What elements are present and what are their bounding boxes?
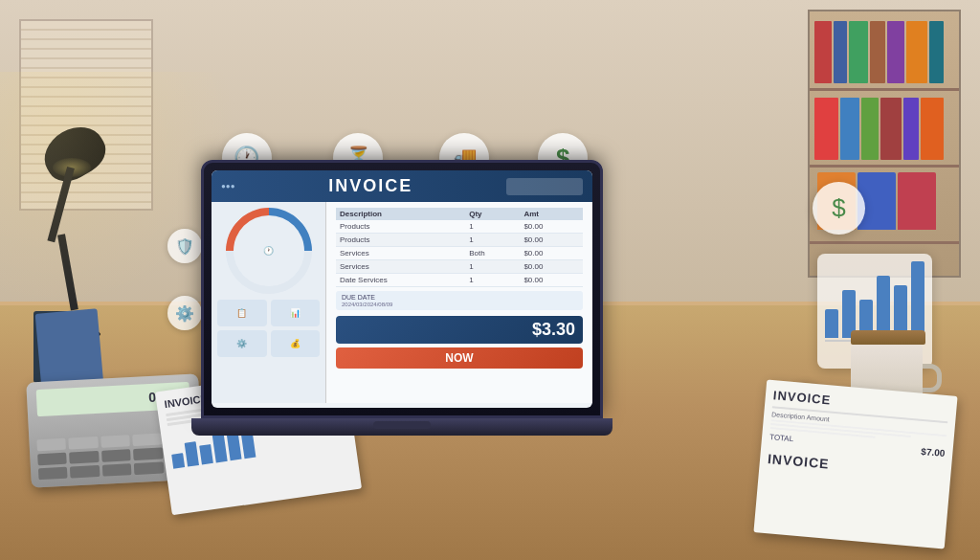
- pay-now-text: NOW: [445, 351, 473, 365]
- table-cell: $0.00: [520, 274, 583, 287]
- screen-left-panel: 🕐 📋 📊 ⚙️ 💰: [212, 202, 326, 403]
- shelf-row: [810, 88, 959, 91]
- table-cell: Services: [336, 260, 465, 274]
- cup-handle: [923, 364, 942, 392]
- screen-header-sub: ●●●: [221, 182, 235, 190]
- shelf-row: [810, 241, 959, 244]
- table-cell: 1: [465, 274, 520, 287]
- col-header-amt: Amt: [520, 208, 583, 220]
- icon-grid: 📋 📊 ⚙️ 💰: [217, 300, 320, 357]
- invoice-paper-right: INVOICE Description Amount TOTAL $7.00 I…: [753, 380, 957, 549]
- screen-gauge: 🕐: [226, 208, 312, 294]
- table-row: Products1$0.00: [336, 220, 583, 234]
- dollar-icon-right: $: [832, 193, 845, 223]
- icon-cell-4: 💰: [271, 330, 321, 357]
- total-amount-value: $3.30: [532, 320, 575, 339]
- notebook-stack: [33, 302, 100, 388]
- table-cell: $0.00: [520, 220, 583, 234]
- table-cell: $0.00: [520, 234, 583, 247]
- screen-header: ●●● INVOICE: [212, 170, 592, 202]
- dollar-float-right: $: [813, 182, 865, 235]
- table-cell: $0.00: [520, 247, 583, 260]
- invoice-chart-bar: [171, 453, 185, 469]
- notebook-blue: [35, 308, 104, 390]
- screen-header-box: [506, 178, 583, 195]
- laptop: ●●● INVOICE 🕐: [191, 160, 612, 436]
- calc-btn: [100, 435, 130, 448]
- col-header-qty: Qty: [465, 208, 520, 220]
- table-row: ServicesBoth$0.00: [336, 247, 583, 260]
- calc-btn: [133, 447, 163, 460]
- calc-btn: [36, 438, 66, 452]
- shelf-row: [810, 165, 959, 168]
- col-header-desc: Description: [336, 208, 465, 220]
- calc-btn: [38, 467, 68, 481]
- screen-right-panel: Description Qty Amt Products1$0.00Produc…: [326, 202, 592, 403]
- laptop-screen: ●●● INVOICE 🕐: [212, 170, 592, 408]
- calc-btn: [70, 465, 100, 479]
- invoice-title: INVOICE: [328, 176, 412, 196]
- cup-lid: [851, 330, 925, 345]
- table-cell: $0.00: [520, 260, 583, 274]
- total-amount-box: $3.30: [336, 316, 583, 344]
- screen-body: 🕐 📋 📊 ⚙️ 💰: [212, 202, 592, 403]
- table-cell: Products: [336, 220, 465, 234]
- calc-btn: [132, 433, 162, 446]
- icon-cell-1: 📋: [217, 300, 267, 326]
- calc-btn: [69, 437, 99, 450]
- table-cell: Services: [336, 247, 465, 260]
- calc-btn: [101, 449, 131, 462]
- calc-btn: [70, 451, 100, 464]
- icon-cell-3: ⚙️: [217, 330, 267, 357]
- table-cell: Products: [336, 234, 465, 247]
- pay-now-button[interactable]: NOW: [336, 347, 583, 369]
- table-cell: 1: [465, 234, 520, 247]
- due-date-value: 2024/03/2024/08/09: [342, 302, 392, 307]
- table-cell: Date Services: [336, 274, 465, 287]
- calc-btn: [134, 461, 164, 475]
- laptop-base: [191, 418, 612, 436]
- invoice-chart-bar: [185, 441, 199, 466]
- due-date-area: DUE DATE 2024/03/2024/08/09: [336, 291, 583, 310]
- gauge-label: 🕐: [226, 208, 312, 294]
- calc-btn: [37, 453, 67, 466]
- main-scene: 0.000 INVOICE: [0, 0, 980, 560]
- invoice-chart-bar: [227, 433, 242, 460]
- table-cell: 1: [465, 220, 520, 234]
- due-date-label-screen: DUE DATE: [342, 294, 375, 301]
- table-cell: Both: [465, 247, 520, 260]
- table-row: Products1$0.00: [336, 234, 583, 247]
- chart-bar: [825, 309, 838, 338]
- paper-total-value: $7.00: [921, 446, 946, 459]
- table-row: Services1$0.00: [336, 260, 583, 274]
- calc-btn: [102, 463, 132, 477]
- paper-total-label: TOTAL: [769, 433, 794, 445]
- table-row: Date Services1$0.00: [336, 274, 583, 287]
- icon-cell-2: 📊: [271, 300, 321, 326]
- laptop-screen-wrapper: ●●● INVOICE 🕐: [201, 160, 603, 418]
- lamp-arm-lower: [57, 234, 78, 310]
- table-cell: 1: [465, 260, 520, 274]
- clock-gauge-icon: 🕐: [263, 246, 274, 256]
- invoice-chart-bar: [199, 444, 213, 464]
- bookshelf: [808, 10, 961, 278]
- invoice-table: Description Qty Amt Products1$0.00Produc…: [336, 208, 583, 287]
